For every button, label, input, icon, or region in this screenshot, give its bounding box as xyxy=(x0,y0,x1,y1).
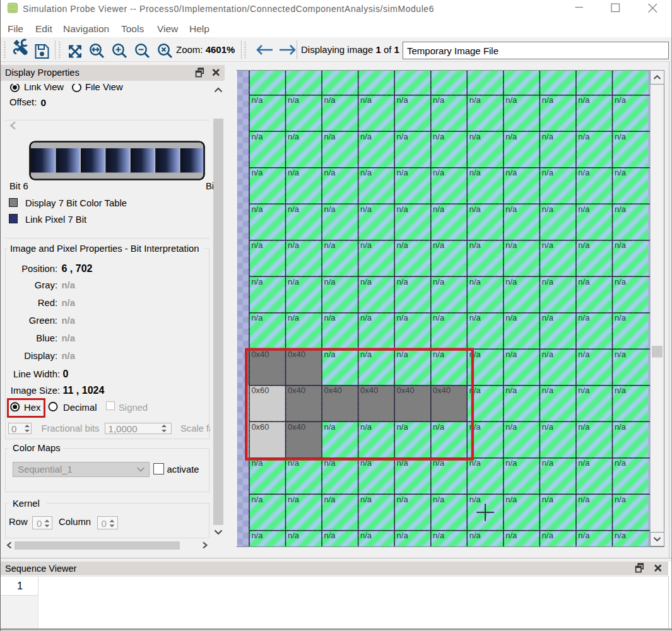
svg-text:n/a: n/a xyxy=(288,95,300,105)
svg-text:n/a: n/a xyxy=(396,494,408,504)
svg-text:n/a: n/a xyxy=(505,458,517,468)
svg-text:0x60: 0x60 xyxy=(251,386,269,395)
svg-text:n/a: n/a xyxy=(324,168,336,177)
svg-text:n/a: n/a xyxy=(324,494,336,504)
svg-text:n/a: n/a xyxy=(324,131,336,141)
svg-text:n/a: n/a xyxy=(360,276,372,286)
svg-text:n/a: n/a xyxy=(396,95,408,105)
svg-text:n/a: n/a xyxy=(396,313,408,322)
svg-text:n/a: n/a xyxy=(614,131,626,141)
svg-text:n/a: n/a xyxy=(614,531,626,540)
svg-text:n/a: n/a xyxy=(614,276,626,286)
svg-text:n/a: n/a xyxy=(396,276,408,286)
svg-text:n/a: n/a xyxy=(541,240,553,250)
svg-text:n/a: n/a xyxy=(251,168,263,177)
svg-text:n/a: n/a xyxy=(324,422,336,431)
svg-text:n/a: n/a xyxy=(324,240,336,250)
svg-text:n/a: n/a xyxy=(541,313,553,322)
svg-text:n/a: n/a xyxy=(578,95,590,105)
svg-text:n/a: n/a xyxy=(578,422,590,431)
svg-text:n/a: n/a xyxy=(288,276,300,286)
svg-text:n/a: n/a xyxy=(396,168,408,177)
svg-text:n/a: n/a xyxy=(541,531,553,540)
svg-text:n/a: n/a xyxy=(251,313,263,322)
svg-text:n/a: n/a xyxy=(505,349,517,358)
svg-text:n/a: n/a xyxy=(578,168,590,177)
svg-text:n/a: n/a xyxy=(251,276,263,286)
svg-text:0x40: 0x40 xyxy=(251,349,269,358)
svg-text:n/a: n/a xyxy=(360,131,372,141)
svg-text:n/a: n/a xyxy=(360,240,372,250)
svg-text:0x40: 0x40 xyxy=(396,386,414,395)
svg-text:n/a: n/a xyxy=(469,168,481,177)
svg-text:n/a: n/a xyxy=(469,349,481,358)
svg-text:n/a: n/a xyxy=(541,458,553,468)
svg-text:n/a: n/a xyxy=(433,240,445,250)
svg-text:n/a: n/a xyxy=(578,494,590,504)
svg-text:n/a: n/a xyxy=(505,386,517,395)
svg-text:0x40: 0x40 xyxy=(288,349,305,358)
svg-text:n/a: n/a xyxy=(396,131,408,141)
svg-text:n/a: n/a xyxy=(541,95,553,105)
svg-text:n/a: n/a xyxy=(505,494,517,504)
svg-text:n/a: n/a xyxy=(433,313,445,322)
svg-text:n/a: n/a xyxy=(469,531,481,540)
svg-text:n/a: n/a xyxy=(578,131,590,141)
svg-text:n/a: n/a xyxy=(288,240,300,250)
svg-text:n/a: n/a xyxy=(251,240,263,250)
svg-text:n/a: n/a xyxy=(251,95,263,105)
svg-text:0x40: 0x40 xyxy=(288,386,305,395)
svg-text:n/a: n/a xyxy=(288,531,300,540)
svg-text:n/a: n/a xyxy=(614,494,626,504)
svg-text:n/a: n/a xyxy=(614,204,626,213)
svg-text:n/a: n/a xyxy=(288,131,300,141)
svg-text:n/a: n/a xyxy=(324,531,336,540)
svg-text:n/a: n/a xyxy=(505,168,517,177)
svg-text:n/a: n/a xyxy=(433,204,445,213)
svg-text:n/a: n/a xyxy=(324,313,336,322)
svg-text:n/a: n/a xyxy=(469,276,481,286)
svg-text:n/a: n/a xyxy=(541,386,553,395)
svg-text:n/a: n/a xyxy=(614,386,626,395)
svg-text:n/a: n/a xyxy=(433,349,445,358)
svg-text:0x40: 0x40 xyxy=(360,386,378,395)
svg-text:n/a: n/a xyxy=(433,276,445,286)
svg-text:n/a: n/a xyxy=(251,494,263,504)
svg-text:n/a: n/a xyxy=(396,531,408,540)
svg-text:n/a: n/a xyxy=(541,204,553,213)
svg-text:n/a: n/a xyxy=(396,240,408,250)
svg-text:n/a: n/a xyxy=(288,168,300,177)
svg-text:n/a: n/a xyxy=(578,276,590,286)
svg-text:n/a: n/a xyxy=(578,386,590,395)
svg-text:n/a: n/a xyxy=(251,531,263,540)
svg-text:n/a: n/a xyxy=(324,204,336,213)
svg-text:n/a: n/a xyxy=(396,349,408,358)
svg-text:n/a: n/a xyxy=(433,531,445,540)
svg-text:n/a: n/a xyxy=(433,494,445,504)
svg-text:n/a: n/a xyxy=(396,422,408,431)
svg-text:0x60: 0x60 xyxy=(251,422,269,431)
svg-text:n/a: n/a xyxy=(578,204,590,213)
svg-text:n/a: n/a xyxy=(578,240,590,250)
svg-text:n/a: n/a xyxy=(288,204,300,213)
svg-text:n/a: n/a xyxy=(614,313,626,322)
svg-text:n/a: n/a xyxy=(505,276,517,286)
svg-text:n/a: n/a xyxy=(360,422,372,431)
svg-text:n/a: n/a xyxy=(578,458,590,468)
svg-text:n/a: n/a xyxy=(541,168,553,177)
svg-text:n/a: n/a xyxy=(469,131,481,141)
svg-text:n/a: n/a xyxy=(469,95,481,105)
svg-text:n/a: n/a xyxy=(324,95,336,105)
svg-text:n/a: n/a xyxy=(288,313,300,322)
svg-text:0x40: 0x40 xyxy=(324,386,341,395)
svg-text:n/a: n/a xyxy=(578,313,590,322)
svg-text:n/a: n/a xyxy=(324,349,336,358)
svg-text:n/a: n/a xyxy=(469,313,481,322)
svg-text:n/a: n/a xyxy=(360,349,372,358)
svg-text:n/a: n/a xyxy=(469,422,481,431)
svg-text:n/a: n/a xyxy=(360,204,372,213)
svg-text:n/a: n/a xyxy=(288,494,300,504)
svg-text:n/a: n/a xyxy=(469,240,481,250)
svg-text:n/a: n/a xyxy=(251,131,263,141)
svg-text:n/a: n/a xyxy=(433,422,445,431)
